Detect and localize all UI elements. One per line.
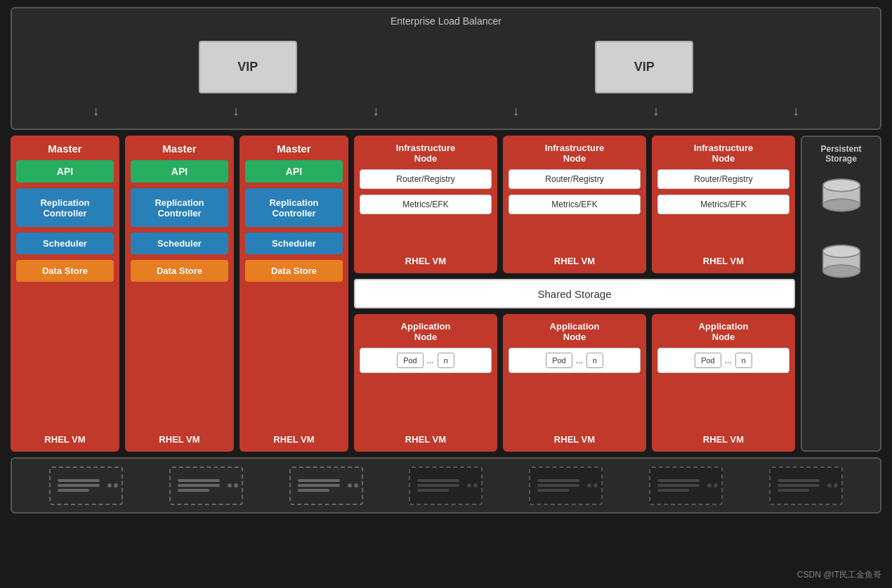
shared-storage: Shared Storage [354,279,795,308]
db-icon-1 [817,174,866,226]
app-1-pod: Pod [397,353,424,368]
app-3-pods: Pod ... n [657,348,789,373]
app-node-1: ApplicationNode Pod ... n RHEL VM [354,314,497,452]
master-1-api: API [16,160,114,183]
app-3-title: ApplicationNode [699,321,749,342]
watermark: CSDN @IT民工金鱼哥 [797,569,881,581]
master-3-rc: ReplicationController [245,188,343,227]
server-rack-2 [169,466,243,505]
infra-1-title: InfrastructureNode [396,143,456,164]
server-rack-6 [649,466,723,505]
db-icon-2 [817,240,866,292]
svg-point-2 [822,199,860,211]
infra-row: InfrastructureNode Router/Registry Metri… [354,136,795,273]
bottom-section [11,457,881,514]
arrow-3: ↓ [373,104,379,119]
elb-title: Enterprise Load Balancer [391,15,501,27]
app-1-n: n [438,353,454,368]
master-3-rhel: RHEL VM [273,434,314,445]
infra-3-router: Router/Registry [657,169,789,189]
app-node-2: ApplicationNode Pod ... n RHEL VM [503,314,646,452]
infra-1-rhel: RHEL VM [405,256,446,266]
vip-box-right: VIP [595,41,693,93]
master-3-title: Master [277,143,310,155]
infra-2-title: InfrastructureNode [545,143,605,164]
right-section: InfrastructureNode Router/Registry Metri… [354,136,795,452]
infra-2-router: Router/Registry [509,169,641,189]
app-1-title: ApplicationNode [401,321,451,342]
arrow-5: ↓ [652,104,659,119]
svg-point-3 [822,179,860,192]
master-3-api: API [245,160,343,183]
master-2-rhel: RHEL VM [159,434,199,445]
arrow-1: ↓ [93,104,99,119]
master-node-2: Master API ReplicationController Schedul… [125,136,234,452]
master-node-3: Master API ReplicationController Schedul… [240,136,348,452]
infra-node-3: InfrastructureNode Router/Registry Metri… [652,136,795,273]
app-1-dots: ... [427,355,434,365]
vip-row: VIP VIP [19,41,873,93]
middle-section: Master API ReplicationController Schedul… [11,136,881,452]
server-rack-4 [409,466,483,505]
app-node-3: ApplicationNode Pod ... n RHEL VM [652,314,795,452]
master-2-scheduler: Scheduler [131,233,228,254]
master-3-datastore: Data Store [245,260,343,282]
master-1-datastore: Data Store [16,260,114,282]
app-2-n: n [586,353,603,368]
master-1-rc: ReplicationController [16,188,114,227]
app-1-rhel: RHEL VM [405,434,446,445]
arrow-2: ↓ [232,104,239,119]
app-2-pod: Pod [546,353,572,368]
master-1-rhel: RHEL VM [44,434,85,445]
vip-box-left: VIP [199,41,297,93]
master-node-1: Master API ReplicationController Schedul… [11,136,119,452]
app-3-n: n [735,353,752,368]
infra-2-rhel: RHEL VM [554,256,595,266]
svg-point-6 [822,265,860,277]
server-rack-3 [289,466,363,505]
master-2-api: API [131,160,228,183]
infra-3-metrics: Metrics/EFK [657,195,789,214]
arrow-6: ↓ [793,104,799,119]
master-2-datastore: Data Store [131,260,228,282]
master-2-title: Master [162,143,196,155]
app-3-pod: Pod [695,353,721,368]
server-rack-1 [49,466,123,505]
infra-2-metrics: Metrics/EFK [509,195,641,214]
server-rack-5 [529,466,603,505]
svg-point-7 [822,245,860,258]
master-1-scheduler: Scheduler [16,233,114,254]
app-2-pods: Pod ... n [509,348,641,373]
elb-section: Enterprise Load Balancer VIP VIP ↓ ↓ ↓ ↓… [11,7,881,130]
infra-1-metrics: Metrics/EFK [360,195,492,214]
arrow-4: ↓ [513,104,519,119]
master-1-title: Master [48,143,81,155]
infra-1-router: Router/Registry [360,169,492,189]
app-2-rhel: RHEL VM [554,434,595,445]
infra-node-2: InfrastructureNode Router/Registry Metri… [503,136,646,273]
app-2-dots: ... [576,355,583,365]
app-row: ApplicationNode Pod ... n RHEL VM Applic… [354,314,795,452]
ps-label: PersistentStorage [820,144,861,164]
master-2-rc: ReplicationController [131,188,228,227]
server-rack-7 [769,466,843,505]
app-3-rhel: RHEL VM [703,434,744,445]
app-2-title: ApplicationNode [550,321,600,342]
infra-3-title: InfrastructureNode [694,143,754,164]
persistent-storage: PersistentStorage [801,136,881,452]
infra-node-1: InfrastructureNode Router/Registry Metri… [354,136,497,273]
infra-3-rhel: RHEL VM [703,256,744,266]
master-3-scheduler: Scheduler [245,233,343,254]
app-3-dots: ... [725,355,732,365]
app-1-pods: Pod ... n [360,348,492,373]
